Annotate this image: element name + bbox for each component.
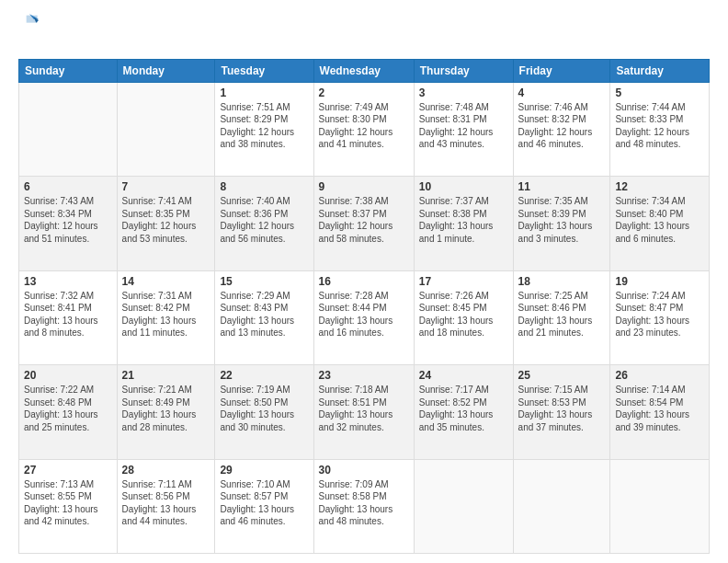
day-number: 28 [122, 464, 210, 477]
page: SundayMondayTuesdayWednesdayThursdayFrid… [0, 0, 728, 563]
week-row-1: 1Sunrise: 7:51 AMSunset: 8:29 PMDaylight… [19, 82, 710, 176]
day-number: 27 [24, 464, 112, 477]
week-row-5: 27Sunrise: 7:13 AMSunset: 8:55 PMDayligh… [19, 459, 710, 553]
day-number: 6 [24, 180, 112, 193]
day-number: 23 [319, 369, 409, 382]
day-info: Sunrise: 7:19 AMSunset: 8:50 PMDaylight:… [220, 384, 308, 433]
calendar-cell [117, 82, 215, 176]
day-info: Sunrise: 7:24 AMSunset: 8:47 PMDaylight:… [615, 290, 704, 339]
calendar-cell: 13Sunrise: 7:32 AMSunset: 8:41 PMDayligh… [19, 270, 118, 364]
day-info: Sunrise: 7:26 AMSunset: 8:45 PMDaylight:… [419, 290, 508, 339]
calendar-cell: 28Sunrise: 7:11 AMSunset: 8:56 PMDayligh… [117, 459, 215, 553]
day-number: 3 [419, 86, 508, 99]
calendar-cell: 29Sunrise: 7:10 AMSunset: 8:57 PMDayligh… [215, 459, 313, 553]
logo [18, 15, 39, 52]
calendar-cell: 5Sunrise: 7:44 AMSunset: 8:33 PMDaylight… [610, 82, 710, 176]
logo-icon [20, 11, 39, 29]
day-number: 17 [419, 275, 508, 288]
day-number: 15 [220, 275, 308, 288]
day-number: 7 [122, 180, 210, 193]
day-info: Sunrise: 7:37 AMSunset: 8:38 PMDaylight:… [419, 195, 508, 245]
calendar-cell: 4Sunrise: 7:46 AMSunset: 8:32 PMDaylight… [513, 82, 610, 176]
calendar-cell: 17Sunrise: 7:26 AMSunset: 8:45 PMDayligh… [414, 270, 513, 364]
day-info: Sunrise: 7:22 AMSunset: 8:48 PMDaylight:… [24, 384, 112, 433]
day-number: 21 [122, 369, 210, 382]
day-number: 1 [220, 86, 308, 99]
day-number: 4 [518, 86, 606, 99]
calendar-body: 1Sunrise: 7:51 AMSunset: 8:29 PMDaylight… [19, 82, 710, 553]
day-info: Sunrise: 7:15 AMSunset: 8:53 PMDaylight:… [518, 384, 606, 433]
day-info: Sunrise: 7:49 AMSunset: 8:30 PMDaylight:… [319, 101, 409, 151]
day-number: 10 [419, 180, 508, 193]
day-number: 19 [615, 275, 704, 288]
weekday-header-row: SundayMondayTuesdayWednesdayThursdayFrid… [19, 59, 710, 82]
day-info: Sunrise: 7:48 AMSunset: 8:31 PMDaylight:… [419, 101, 508, 151]
calendar-cell: 26Sunrise: 7:14 AMSunset: 8:54 PMDayligh… [610, 365, 710, 459]
day-info: Sunrise: 7:32 AMSunset: 8:41 PMDaylight:… [24, 290, 112, 339]
weekday-header-wednesday: Wednesday [313, 59, 414, 82]
day-info: Sunrise: 7:44 AMSunset: 8:33 PMDaylight:… [615, 101, 704, 151]
day-info: Sunrise: 7:41 AMSunset: 8:35 PMDaylight:… [122, 195, 210, 245]
calendar-header: SundayMondayTuesdayWednesdayThursdayFrid… [19, 59, 710, 82]
day-number: 2 [319, 86, 409, 99]
calendar-cell: 12Sunrise: 7:34 AMSunset: 8:40 PMDayligh… [610, 177, 710, 270]
day-info: Sunrise: 7:34 AMSunset: 8:40 PMDaylight:… [615, 195, 704, 245]
calendar-cell [610, 459, 710, 553]
calendar-cell: 8Sunrise: 7:40 AMSunset: 8:36 PMDaylight… [215, 177, 313, 270]
calendar-cell: 23Sunrise: 7:18 AMSunset: 8:51 PMDayligh… [313, 365, 414, 459]
calendar-cell: 22Sunrise: 7:19 AMSunset: 8:50 PMDayligh… [215, 365, 313, 459]
calendar-cell: 2Sunrise: 7:49 AMSunset: 8:30 PMDaylight… [313, 82, 414, 176]
day-number: 5 [615, 86, 704, 99]
day-number: 26 [615, 369, 704, 382]
day-info: Sunrise: 7:17 AMSunset: 8:52 PMDaylight:… [419, 384, 508, 433]
weekday-header-monday: Monday [117, 59, 215, 82]
day-info: Sunrise: 7:25 AMSunset: 8:46 PMDaylight:… [518, 290, 606, 339]
day-info: Sunrise: 7:38 AMSunset: 8:37 PMDaylight:… [319, 195, 409, 245]
calendar-cell: 3Sunrise: 7:48 AMSunset: 8:31 PMDaylight… [414, 82, 513, 176]
calendar-cell: 7Sunrise: 7:41 AMSunset: 8:35 PMDaylight… [117, 177, 215, 270]
calendar-cell: 16Sunrise: 7:28 AMSunset: 8:44 PMDayligh… [313, 270, 414, 364]
weekday-header-tuesday: Tuesday [215, 59, 313, 82]
day-number: 16 [319, 275, 409, 288]
day-info: Sunrise: 7:28 AMSunset: 8:44 PMDaylight:… [319, 290, 409, 339]
weekday-header-saturday: Saturday [610, 59, 710, 82]
day-info: Sunrise: 7:43 AMSunset: 8:34 PMDaylight:… [24, 195, 112, 245]
calendar-cell: 18Sunrise: 7:25 AMSunset: 8:46 PMDayligh… [513, 270, 610, 364]
day-number: 13 [24, 275, 112, 288]
calendar-cell: 14Sunrise: 7:31 AMSunset: 8:42 PMDayligh… [117, 270, 215, 364]
day-number: 18 [518, 275, 606, 288]
day-number: 12 [615, 180, 704, 193]
calendar-cell: 15Sunrise: 7:29 AMSunset: 8:43 PMDayligh… [215, 270, 313, 364]
day-number: 22 [220, 369, 308, 382]
day-number: 11 [518, 180, 606, 193]
calendar: SundayMondayTuesdayWednesdayThursdayFrid… [18, 59, 710, 554]
day-info: Sunrise: 7:09 AMSunset: 8:58 PMDaylight:… [319, 478, 409, 528]
day-number: 14 [122, 275, 210, 288]
weekday-header-friday: Friday [513, 59, 610, 82]
day-info: Sunrise: 7:14 AMSunset: 8:54 PMDaylight:… [615, 384, 704, 433]
calendar-cell: 20Sunrise: 7:22 AMSunset: 8:48 PMDayligh… [19, 365, 118, 459]
day-info: Sunrise: 7:18 AMSunset: 8:51 PMDaylight:… [319, 384, 409, 433]
day-number: 9 [319, 180, 409, 193]
day-info: Sunrise: 7:51 AMSunset: 8:29 PMDaylight:… [220, 101, 308, 151]
day-info: Sunrise: 7:29 AMSunset: 8:43 PMDaylight:… [220, 290, 308, 339]
calendar-cell: 19Sunrise: 7:24 AMSunset: 8:47 PMDayligh… [610, 270, 710, 364]
calendar-cell: 1Sunrise: 7:51 AMSunset: 8:29 PMDaylight… [215, 82, 313, 176]
day-info: Sunrise: 7:11 AMSunset: 8:56 PMDaylight:… [122, 478, 210, 528]
week-row-2: 6Sunrise: 7:43 AMSunset: 8:34 PMDaylight… [19, 177, 710, 270]
day-number: 30 [319, 464, 409, 477]
calendar-cell: 11Sunrise: 7:35 AMSunset: 8:39 PMDayligh… [513, 177, 610, 270]
calendar-cell: 21Sunrise: 7:21 AMSunset: 8:49 PMDayligh… [117, 365, 215, 459]
day-info: Sunrise: 7:10 AMSunset: 8:57 PMDaylight:… [220, 478, 308, 528]
week-row-3: 13Sunrise: 7:32 AMSunset: 8:41 PMDayligh… [19, 270, 710, 364]
day-info: Sunrise: 7:13 AMSunset: 8:55 PMDaylight:… [24, 478, 112, 528]
calendar-cell: 25Sunrise: 7:15 AMSunset: 8:53 PMDayligh… [513, 365, 610, 459]
day-number: 29 [220, 464, 308, 477]
calendar-cell [414, 459, 513, 553]
calendar-cell: 30Sunrise: 7:09 AMSunset: 8:58 PMDayligh… [313, 459, 414, 553]
header [18, 15, 710, 52]
day-number: 25 [518, 369, 606, 382]
weekday-header-sunday: Sunday [19, 59, 118, 82]
week-row-4: 20Sunrise: 7:22 AMSunset: 8:48 PMDayligh… [19, 365, 710, 459]
day-info: Sunrise: 7:31 AMSunset: 8:42 PMDaylight:… [122, 290, 210, 339]
